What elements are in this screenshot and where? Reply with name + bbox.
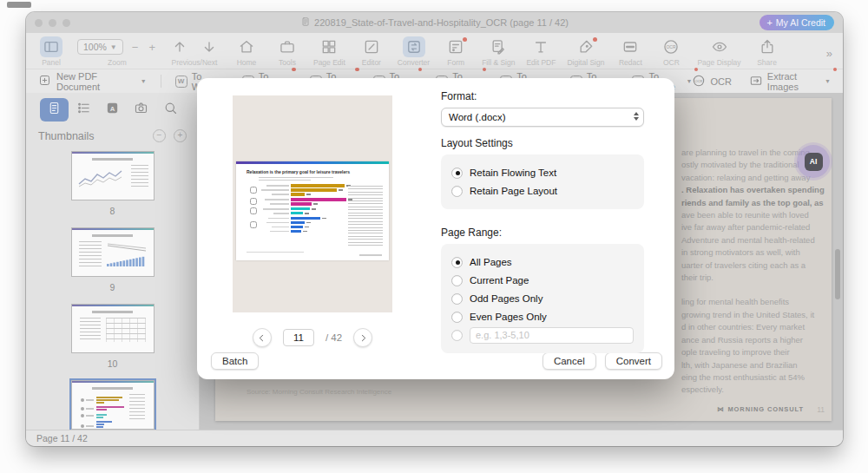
toolbar-item-label: OCR	[663, 58, 680, 67]
sidebar-tab-outline[interactable]	[69, 98, 97, 122]
snapshot-icon	[134, 101, 148, 119]
zoom-level-select[interactable]: 100%▼	[77, 39, 123, 55]
batch-button[interactable]: Batch	[211, 352, 259, 370]
search-icon	[163, 101, 178, 119]
notification-badge	[418, 68, 423, 72]
toolbar-item-home[interactable]: Home	[232, 36, 261, 67]
notification-badge	[292, 68, 296, 72]
radio-option-retain-flowing-text[interactable]: Retain Flowing Text	[451, 166, 634, 180]
thumbnail-page-8[interactable]: 8	[71, 151, 155, 216]
notification-badge	[463, 37, 467, 42]
radio-option-odd-pages-only[interactable]: Odd Pages Only	[451, 292, 634, 305]
morning-consult-logo-icon: ⋈	[717, 405, 724, 413]
thumbnail-image[interactable]	[71, 304, 155, 353]
radio-option-retain-page-layout[interactable]: Retain Page Layout	[451, 184, 634, 198]
document-text-line: growing trend in the United States, it	[681, 309, 843, 321]
ai-assistant-fab[interactable]: AI	[797, 145, 830, 178]
ocr-icon: OCR	[660, 36, 682, 57]
radio-option-even-pages-only[interactable]: Even Pages Only	[451, 310, 634, 324]
retain-flowing-text-radio[interactable]	[451, 168, 463, 179]
radio-option-all-pages[interactable]: All Pages	[451, 255, 634, 269]
document-text-line: uarter of travelers citing each as a	[681, 259, 843, 272]
preview-page-card: Relaxation is the primary goal for leisu…	[236, 161, 389, 260]
toolbar-item-edit-pdf[interactable]: Edit PDF	[526, 36, 556, 67]
vertical-scrollbar[interactable]	[835, 249, 840, 299]
all-pages-radio[interactable]	[451, 257, 463, 268]
sidebar-tab-annotations[interactable]: A	[98, 98, 127, 122]
thumbnail-image[interactable]	[71, 151, 155, 200]
toolbar-item-form[interactable]: Form	[441, 36, 470, 67]
preview-page-input[interactable]	[283, 329, 314, 346]
toolbar-item-redact[interactable]: Redact	[615, 36, 645, 67]
layout-settings-label: Layout Settings	[441, 137, 644, 149]
toolbar-item-page-display[interactable]: Page Display	[697, 36, 740, 67]
toolbar-item-converter[interactable]: Converter	[398, 36, 430, 67]
format-label: Format:	[441, 90, 644, 102]
radio-option-current-page[interactable]: Current Page	[451, 273, 634, 287]
convert-dialog: Relaxation is the primary goal for leisu…	[197, 78, 674, 379]
new-pdf-document-button[interactable]: New PDF Document ▼	[38, 71, 147, 92]
zoom-in-button[interactable]: +	[147, 41, 157, 54]
format-value: Word (.docx)	[449, 112, 506, 122]
ocr-button[interactable]: OCR OCR	[692, 74, 731, 89]
toolbar-item-panel[interactable]: Panel	[36, 36, 66, 67]
toolbar-item-share[interactable]: Share	[753, 36, 782, 67]
layout-settings-group: Retain Flowing TextRetain Page Layout	[441, 154, 644, 209]
zoom-out-button[interactable]: −	[130, 41, 141, 54]
thumbnail-page-10[interactable]: 10	[71, 304, 155, 369]
thumbnail-page-9[interactable]: 9	[71, 227, 155, 292]
next-preview-page-button[interactable]	[353, 328, 372, 347]
previous-page-icon[interactable]	[168, 36, 191, 57]
sidebar-tab-search[interactable]	[156, 98, 185, 122]
thumbnail-image[interactable]	[71, 380, 155, 430]
previous-preview-page-button[interactable]	[253, 328, 272, 347]
document-text-line: ance and Russia reports a higher	[681, 334, 843, 346]
extract-images-button[interactable]: Extract Images ▼	[749, 71, 831, 92]
custom-range-radio[interactable]	[451, 330, 463, 341]
thumbnails-icon	[47, 101, 62, 119]
minimize-window-button[interactable]	[49, 19, 56, 27]
toolbar-item-page-edit[interactable]: Page Edit	[313, 36, 345, 67]
my-ai-credit-label: My AI Credit	[776, 17, 825, 28]
collapse-thumbnails-button[interactable]: −	[153, 129, 166, 142]
close-window-button[interactable]	[35, 19, 43, 27]
cancel-button[interactable]: Cancel	[542, 352, 596, 370]
sidebar-tab-snapshot[interactable]	[127, 98, 155, 122]
toolbar-item-digital-sign[interactable]: Digital Sign	[567, 36, 604, 67]
category-icon	[250, 221, 257, 228]
odd-pages-only-radio[interactable]	[451, 293, 463, 305]
document-text-line: ling for mental health benefits	[681, 296, 843, 308]
even-pages-only-radio[interactable]	[451, 312, 463, 323]
format-select[interactable]: Word (.docx)	[441, 108, 644, 127]
thumbnail-image[interactable]	[71, 227, 155, 277]
toolbar-overflow-chevron-icon[interactable]: »	[826, 45, 832, 60]
menubar-artifact	[7, 2, 31, 8]
toolbar-item-tools[interactable]: Tools	[273, 36, 302, 67]
svg-text:OCR: OCR	[695, 78, 703, 82]
toolbar-item-editor[interactable]: Editor	[357, 36, 386, 67]
ocr-label: OCR	[710, 76, 731, 87]
retain-page-layout-radio[interactable]	[451, 186, 463, 197]
toolbar-item-prevnext[interactable]: Previous/Next	[168, 36, 220, 67]
expand-thumbnails-button[interactable]: +	[174, 129, 187, 142]
home-icon	[235, 36, 258, 57]
toolbar-item-ocr[interactable]: OCROCR	[656, 36, 686, 67]
custom-range-input[interactable]	[470, 327, 634, 344]
my-ai-credit-button[interactable]: + My AI Credit	[760, 15, 834, 30]
zoom-window-button[interactable]	[62, 19, 70, 27]
radio-option-custom-range[interactable]	[451, 328, 634, 342]
current-page-radio[interactable]	[451, 275, 463, 286]
thumbnail-page-11[interactable]: 11	[71, 380, 155, 430]
form-icon	[444, 36, 467, 57]
document-text-line: Adventure and mental health-related	[681, 234, 843, 246]
next-page-icon[interactable]	[198, 36, 220, 57]
toolbar-item-zoom[interactable]: 100%▼−+Zoom	[77, 36, 157, 67]
sidebar: A Thumbnails − + 891011	[26, 93, 200, 430]
app-window: 220819_State-of-Travel-and-Hospitality_O…	[26, 12, 843, 446]
sidebar-tab-thumbnails[interactable]	[40, 98, 69, 122]
toolbar-item-label: Zoom	[108, 58, 127, 67]
toolbar-item-fill-sign[interactable]: Fill & Sign	[482, 36, 515, 67]
convert-button[interactable]: Convert	[605, 352, 662, 370]
category-icon	[250, 198, 257, 205]
page-display-icon	[708, 36, 731, 57]
